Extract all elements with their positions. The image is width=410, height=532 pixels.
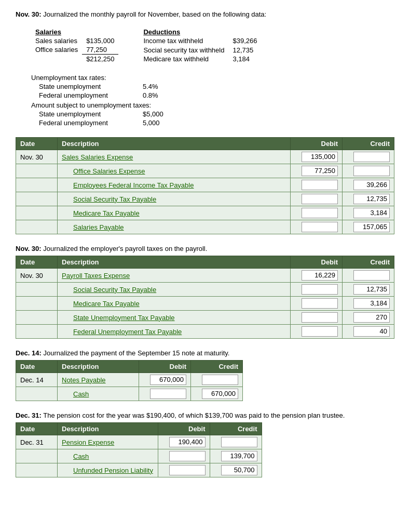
t3-row2-desc: Cash [58,387,139,401]
t2-row5-debit-input[interactable] [302,326,338,337]
payroll-taxes-expense-link[interactable]: Payroll Taxes Expense [62,272,130,280]
t4-row2-desc: Cash [58,449,158,463]
t2-row1-credit-input[interactable] [353,270,390,281]
table3-header-credit: Credit [191,361,243,373]
row3-credit-input[interactable]: 39,266 [353,180,390,190]
federal-unemployment-rate-value: 0.8% [143,91,158,99]
deduction-row-1-value: $39,266 [228,36,261,45]
t4-row2-debit [158,449,210,463]
t4-row2-debit-input[interactable] [169,451,206,461]
journal-table-1: Date Description Debit Credit Nov. 30 Sa… [16,137,394,234]
t2-row3-credit-input[interactable]: 3,184 [353,298,390,309]
federal-unemployment-tax-payable-link[interactable]: Federal Unemployment Tax Payable [73,328,182,336]
row6-credit-input[interactable]: 157,065 [353,222,390,232]
office-salaries-expense-link[interactable]: Office Salaries Expense [73,167,145,175]
row2-credit-input[interactable] [353,166,390,176]
salaries-table: Salaries Sales salaries $135,000 Office … [31,28,118,63]
t2-row2-debit-input[interactable] [302,284,338,295]
salaries-payable-link[interactable]: Salaries Payable [73,223,124,231]
deduction-row-2-label: Social security tax withheld [139,46,228,55]
t4-row2-credit-input[interactable]: 139,700 [221,451,257,461]
row1-debit-input[interactable]: 135,000 [302,152,338,162]
row6-debit-input[interactable] [302,222,338,232]
t2-row5-credit: 40 [343,325,394,339]
row6-date [16,220,58,234]
row1-credit-input[interactable] [353,152,390,162]
row6-desc: Salaries Payable [58,220,291,234]
t2-row3-debit-input[interactable] [302,298,338,309]
state-unemployment-amount-item: State unemployment $5,000 [39,110,394,118]
t2-row1-debit-input[interactable]: 16,229 [302,270,338,281]
medicare-tax-payable-link[interactable]: Medicare Tax Payable [73,209,140,217]
t4-row3-debit-input[interactable] [169,465,206,475]
row4-credit-input[interactable]: 12,735 [353,194,390,204]
intro-paragraph-4: Dec. 31: The pension cost for the year w… [16,411,394,419]
t2-row4-credit-input[interactable]: 270 [353,312,390,323]
journal-section-2: Date Description Debit Credit Nov. 30 Pa… [16,256,394,339]
row4-date [16,192,58,206]
row2-debit: 77,250 [291,164,343,178]
notes-payable-link[interactable]: Notes Payable [62,376,106,384]
row2-debit-input[interactable]: 77,250 [302,166,338,176]
table-row: Medicare Tax Payable 3,184 [16,297,394,311]
salary-row-3-value: $212,250 [82,55,118,64]
table2-header-debit: Debit [291,256,343,269]
cash-2-link[interactable]: Cash [73,453,89,460]
t2-row1-date: Nov. 30 [16,269,58,283]
t3-row1-date: Dec. 14 [16,373,58,387]
t2-row5-credit-input[interactable]: 40 [353,326,390,337]
t3-row2-date [16,387,58,401]
journal-table-3: Date Description Debit Credit Dec. 14 No… [16,360,243,401]
row1-date: Nov. 30 [16,150,58,164]
table4-header-credit: Credit [210,423,262,435]
row5-credit-input[interactable]: 3,184 [353,208,390,218]
t4-row3-credit-input[interactable]: 50,700 [221,465,257,475]
unfunded-pension-liability-link[interactable]: Unfunded Pension Liability [73,467,153,474]
t4-row1-debit-input[interactable]: 190,400 [169,437,206,447]
table1-header-desc: Description [58,138,291,150]
employees-federal-income-tax-payable-link[interactable]: Employees Federal Income Tax Payable [73,181,194,189]
sales-salaries-expense-link[interactable]: Sales Salaries Expense [62,153,133,161]
social-security-tax-payable-2-link[interactable]: Social Security Tax Payable [73,286,156,294]
state-unemployment-tax-payable-link[interactable]: State Unemployment Tax Payable [73,314,175,322]
cash-1-link[interactable]: Cash [73,390,89,398]
t2-row4-desc: State Unemployment Tax Payable [58,311,291,325]
row3-debit-input[interactable] [302,180,338,190]
social-security-tax-payable-link[interactable]: Social Security Tax Payable [73,195,156,203]
journal-table-2: Date Description Debit Credit Nov. 30 Pa… [16,256,394,339]
row5-debit-input[interactable] [302,208,338,218]
row4-debit-input[interactable] [302,194,338,204]
deductions-header: Deductions [139,28,261,36]
row1-desc: Sales Salaries Expense [58,150,291,164]
t3-row1-credit-input[interactable] [202,375,238,385]
t3-row2-debit-input[interactable] [150,389,186,399]
t2-row3-desc: Medicare Tax Payable [58,297,291,311]
t4-row1-credit [210,435,262,449]
t2-row4-debit-input[interactable] [302,312,338,323]
salary-row-2-label: Office salaries [31,45,82,55]
deduction-row-3-value: 3,184 [228,55,261,63]
table2-header-desc: Description [58,256,291,269]
table2-header-credit: Credit [343,256,394,269]
salary-row-1-label: Sales salaries [31,36,82,45]
row3-credit: 39,266 [343,178,394,192]
t3-row2-credit-input[interactable]: 670,000 [202,389,238,399]
t4-row1-credit-input[interactable] [221,437,257,447]
t2-row5-date [16,325,58,339]
medicare-tax-payable-2-link[interactable]: Medicare Tax Payable [73,300,140,308]
federal-unemployment-amount-item: Federal unemployment 5,000 [39,119,394,127]
t2-row1-desc: Payroll Taxes Expense [58,269,291,283]
t3-row1-debit-input[interactable]: 670,000 [150,375,186,385]
intro-paragraph-1: Nov. 30: Journalized the monthly payroll… [16,10,394,18]
t4-row2-credit: 139,700 [210,449,262,463]
pension-expense-link[interactable]: Pension Expense [62,438,114,446]
table-row: Social Security Tax Payable 12,735 [16,283,394,297]
federal-unemployment-amount-label: Federal unemployment [39,119,143,127]
intro-paragraph-3: Dec. 14: Journalized the payment of the … [16,349,394,357]
intro-date-2: Nov. 30: [16,245,42,252]
t2-row2-credit: 12,735 [343,283,394,297]
deduction-row-3-label: Medicare tax withheld [139,55,228,63]
t4-row1-desc: Pension Expense [58,435,158,449]
journal-table-4: Date Description Debit Credit Dec. 31 Pe… [16,422,262,477]
t2-row2-credit-input[interactable]: 12,735 [353,284,390,295]
